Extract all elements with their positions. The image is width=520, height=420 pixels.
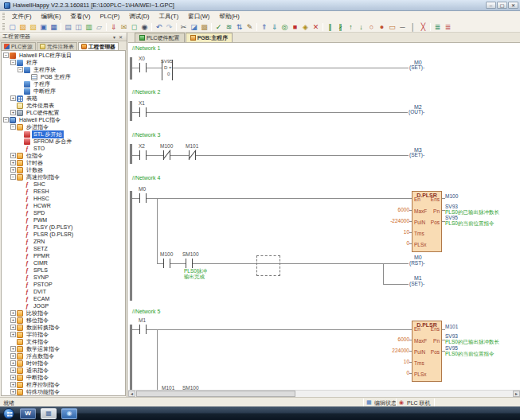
collapse-icon[interactable]: − xyxy=(10,124,16,130)
menu-item-0[interactable]: 文件(F) xyxy=(7,12,37,21)
input-value[interactable]: 224000 xyxy=(377,348,409,353)
expand-icon[interactable]: + xyxy=(10,167,16,173)
print-preview-icon[interactable]: ◫ xyxy=(73,22,84,32)
hwire-icon[interactable]: ─ xyxy=(397,22,408,32)
add-file-icon[interactable]: ▧ xyxy=(28,22,38,32)
print-icon[interactable]: ▤ xyxy=(63,22,73,32)
coil[interactable]: (SET)- xyxy=(409,152,425,158)
mail-icon[interactable]: ✉ xyxy=(119,22,129,32)
input-value[interactable]: 0 xyxy=(377,240,409,246)
tree-item-12[interactable]: SFROM 步合并 xyxy=(2,138,125,145)
expand-icon[interactable]: + xyxy=(10,375,16,380)
lock-icon[interactable]: ◈ xyxy=(300,22,311,32)
tree-item-28[interactable]: ƒPPMR xyxy=(2,252,125,259)
tree-item-40[interactable]: 文件指令 xyxy=(2,338,125,345)
tree-item-19[interactable]: ƒRESH xyxy=(2,188,125,195)
tree-item-7[interactable]: 元件使用表 xyxy=(2,102,125,109)
input-value[interactable]: 0 xyxy=(377,370,409,375)
minimize-button[interactable]: – xyxy=(486,2,496,9)
menu-item-7[interactable]: 帮助(H) xyxy=(214,12,244,21)
maximize-button[interactable]: ▢ xyxy=(497,2,507,9)
tree-item-5[interactable]: 中断程序 xyxy=(2,88,125,95)
panel-close-button[interactable]: ✕ xyxy=(117,34,124,40)
delete-wire-icon[interactable]: ╳ xyxy=(418,22,428,32)
set-coil-icon[interactable]: ● xyxy=(377,22,387,32)
collapse-icon[interactable]: − xyxy=(10,174,16,180)
contact[interactable] xyxy=(139,107,147,117)
compile-all-icon[interactable]: ≋ xyxy=(224,22,234,32)
save-all-icon[interactable]: ▦ xyxy=(49,22,59,32)
input-value[interactable]: 6000 xyxy=(377,207,409,212)
tree-item-29[interactable]: ƒCIMR xyxy=(2,259,125,266)
expand-icon[interactable]: + xyxy=(10,389,16,395)
function-block[interactable]: D.PLSR En Ens MaxF Pn PulN Pos Tms PLSx xyxy=(412,191,442,252)
expand-icon[interactable]: + xyxy=(10,346,16,352)
contact[interactable] xyxy=(186,259,193,268)
close-button[interactable]: ✕ xyxy=(508,2,518,9)
tree-item-45[interactable]: +中断指令 xyxy=(2,374,125,381)
online-icon[interactable]: ◎ xyxy=(280,22,290,32)
expand-icon[interactable]: + xyxy=(10,360,16,366)
redo-icon[interactable]: ↷ xyxy=(164,22,174,32)
input-value[interactable]: 10 xyxy=(377,229,409,235)
tree-item-9[interactable]: −Haiwell PLC指令 xyxy=(2,116,125,123)
edit-tool-icon[interactable]: ✎ xyxy=(244,22,255,32)
save-icon[interactable]: ▣ xyxy=(38,22,49,32)
tree-item-38[interactable]: +数据转换指令 xyxy=(2,324,125,331)
tree-item-15[interactable]: +计时器 xyxy=(2,159,125,166)
tree-item-20[interactable]: ƒHHSC xyxy=(2,195,125,202)
input-value[interactable]: -224000 xyxy=(377,218,409,224)
tree-item-42[interactable]: +浮点数指令 xyxy=(2,352,125,360)
expand-icon[interactable]: + xyxy=(10,332,16,337)
open-icon[interactable]: ▨ xyxy=(18,22,28,32)
tree-item-25[interactable]: ƒPLSR (D.PLSR) xyxy=(2,231,125,238)
scroll-right-button[interactable]: ► xyxy=(513,391,520,397)
insert-network-icon[interactable]: ≣ xyxy=(432,22,443,32)
expand-icon[interactable]: + xyxy=(10,368,16,373)
coil-icon[interactable]: ○ xyxy=(366,22,377,32)
undo-icon[interactable]: ↶ xyxy=(154,22,164,32)
expand-icon[interactable]: + xyxy=(10,95,16,101)
horizontal-scrollbar[interactable]: ◄ ► xyxy=(128,390,520,397)
falling-edge-icon[interactable]: ↓ xyxy=(356,22,366,32)
paste-icon[interactable]: ▩ xyxy=(199,22,209,32)
contact[interactable] xyxy=(139,63,147,72)
compile-icon[interactable]: ✓ xyxy=(213,22,224,32)
word-icon[interactable]: W xyxy=(20,408,36,419)
contact[interactable] xyxy=(139,325,147,334)
scrollbar-thumb[interactable] xyxy=(136,391,295,397)
expand-icon[interactable]: + xyxy=(10,382,16,387)
expand-icon[interactable]: + xyxy=(10,325,16,330)
tree-item-0[interactable]: −Haiwell PLC程序项目 xyxy=(2,52,125,59)
expand-icon[interactable]: + xyxy=(10,317,16,323)
tree-item-32[interactable]: ƒPSTOP xyxy=(2,281,125,288)
tree-item-34[interactable]: ƒECAM xyxy=(2,295,125,302)
convert-icon[interactable]: ⇅ xyxy=(234,22,244,32)
start-button[interactable] xyxy=(3,408,14,419)
input-value[interactable]: 10 xyxy=(377,359,409,364)
tree-item-31[interactable]: ƒSYNP xyxy=(2,274,125,281)
menu-item-2[interactable]: 查看(V) xyxy=(66,12,96,21)
cut-icon[interactable]: ✂ xyxy=(178,22,189,32)
stop-icon[interactable]: ■ xyxy=(290,22,300,32)
tree-item-14[interactable]: +位指令 xyxy=(2,152,125,159)
new-icon[interactable]: ▢ xyxy=(7,22,18,32)
scroll-left-button[interactable]: ◄ xyxy=(128,391,135,397)
contact-nc[interactable] xyxy=(189,150,196,160)
collapse-icon[interactable]: − xyxy=(18,67,23,72)
menu-item-4[interactable]: 调试(D) xyxy=(124,12,154,21)
tree-item-37[interactable]: +移位指令 xyxy=(2,317,125,324)
editor-tab-0[interactable]: PLC硬件配置 xyxy=(135,33,185,42)
coil[interactable]: (RST)- xyxy=(409,260,426,266)
contact[interactable] xyxy=(163,259,170,268)
menu-item-6[interactable]: 窗口(W) xyxy=(183,12,214,21)
tree-item-24[interactable]: ƒPLSY (D.PLSY) xyxy=(2,224,125,231)
tree-item-26[interactable]: ƒZRN xyxy=(2,238,125,245)
tree-item-3[interactable]: PGB 主程序 xyxy=(2,73,125,80)
tree-item-46[interactable]: +程序控制指令 xyxy=(2,381,125,388)
page-setup-icon[interactable]: ▱ xyxy=(94,22,104,32)
tree-item-35[interactable]: ƒJOGP xyxy=(2,302,125,309)
vwire-icon[interactable]: │ xyxy=(408,22,418,32)
ladder-editor[interactable]: //Network 1 X0 SV95 D = 0 M0 (SET)- //Ne… xyxy=(128,43,520,390)
tree-item-44[interactable]: +通讯指令 xyxy=(2,367,125,374)
